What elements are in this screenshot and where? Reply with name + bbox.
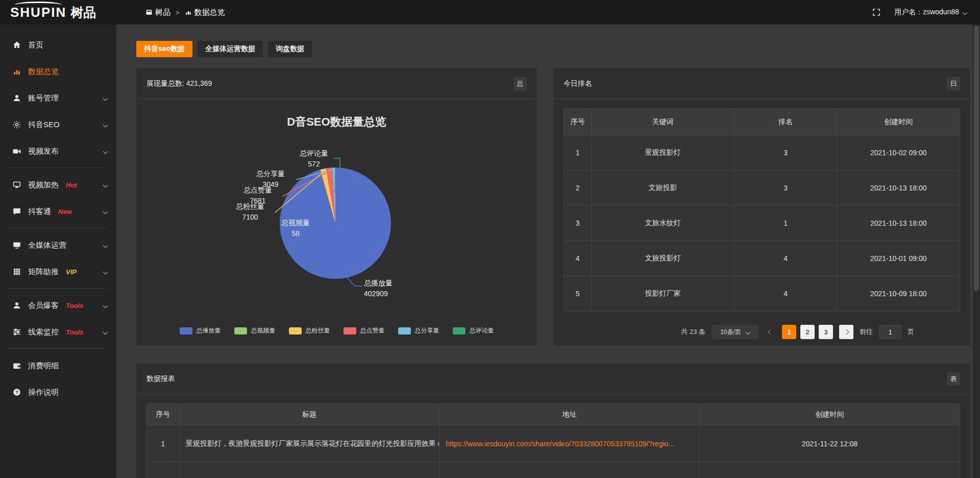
breadcrumb-label: 数据总览 <box>194 8 225 17</box>
legend-color-chip <box>453 327 465 334</box>
row-index: 5 <box>564 276 592 312</box>
sidebar-item[interactable]: 线索监控 Tools <box>0 319 116 345</box>
goto-page-input[interactable] <box>879 325 901 339</box>
data-tabs: 抖音seo数据 全媒体运营数据 询盘数据 <box>136 41 970 57</box>
video-link[interactable]: https://www.iesdouyin.com/share/video/70… <box>446 440 674 448</box>
sidebar-item[interactable]: 账号管理 <box>0 85 116 111</box>
sidebar-item[interactable]: 视频加热 Hot <box>0 172 116 198</box>
sidebar-item[interactable]: 数据总览 <box>0 58 116 85</box>
report-card-header: 数据报表 表 <box>136 364 970 394</box>
total-badge-button[interactable]: 总 <box>513 77 527 90</box>
column-header: 排名 <box>734 109 837 135</box>
legend-label: 总粉丝量 <box>306 326 330 335</box>
sidebar-item[interactable]: 视频发布 <box>0 138 116 164</box>
time-cell: 2021-10-02 09:00 <box>837 135 960 171</box>
chevron-down-icon <box>103 269 108 274</box>
legend-color-chip <box>344 327 356 334</box>
time-cell: 2021-10-13 18:00 <box>837 171 960 206</box>
row-index <box>147 462 180 478</box>
page-button[interactable]: 3 <box>819 325 833 339</box>
sidebar-item-badge: Hot <box>66 181 77 189</box>
topbar-right: 用户名：zswodun88 <box>872 8 980 17</box>
tab[interactable]: 全媒体运营数据 <box>198 41 263 57</box>
legend-color-chip <box>234 327 247 334</box>
legend-item[interactable]: 总视频量 <box>234 326 276 335</box>
goto-label: 前往 <box>860 327 873 337</box>
page-button[interactable]: 1 <box>782 325 796 339</box>
app-logo[interactable]: SHUPIN 树品 <box>0 6 116 19</box>
time-cell: 2021-10-09 18:00 <box>837 276 960 312</box>
sidebar-item-label: 首页 <box>28 40 43 50</box>
user-icon <box>12 301 21 310</box>
next-page-button[interactable] <box>839 325 853 339</box>
sidebar-item[interactable]: 操作说明 <box>0 379 116 405</box>
table-row: 4 文旅投影灯 4 2021-10-01 09:00 <box>564 241 960 276</box>
bar-chart-icon <box>12 67 21 76</box>
user-icon <box>12 93 21 103</box>
legend-label: 总点赞量 <box>360 326 385 335</box>
sidebar-item-badge: VIP <box>66 268 77 276</box>
gear-icon <box>12 120 21 129</box>
sidebar-item-label: 数据总览 <box>28 67 59 77</box>
title-cell <box>179 462 439 478</box>
rank-cell: 1 <box>734 206 837 241</box>
column-header: 标题 <box>179 404 439 425</box>
legend-label: 总播放量 <box>197 326 221 335</box>
legend-item[interactable]: 总点赞量 <box>344 326 385 335</box>
fullscreen-icon[interactable] <box>872 8 881 17</box>
tab[interactable]: 抖音seo数据 <box>136 41 192 57</box>
legend-item[interactable]: 总粉丝量 <box>289 326 330 335</box>
keyword-cell: 文旅投影 <box>592 171 734 206</box>
title-cell: 景观投影灯，夜游景观投影灯厂家展示展示落花灯在花园里的灯光投影应用效果 # <box>179 425 439 462</box>
row-index: 3 <box>564 206 592 241</box>
username-label: 用户名：zswodun88 <box>894 8 959 17</box>
pie-label-videos: 总视频量 58 <box>271 218 320 239</box>
rank-card-header: 今日排名 日 <box>553 68 970 99</box>
prev-page-button[interactable] <box>765 330 776 334</box>
table-row: 1 景观投影灯 3 2021-10-02 09:00 <box>564 135 960 171</box>
breadcrumb-item-current[interactable]: 数据总览 <box>185 8 225 17</box>
sidebar-item[interactable]: 首页 <box>0 32 116 58</box>
rank-cell: 4 <box>734 276 837 312</box>
rank-table-header-row: 序号关键词排名创建时间 <box>564 109 960 135</box>
breadcrumb-item-home[interactable]: 树品 <box>145 8 170 17</box>
sidebar-item-label: 视频加热 <box>28 180 59 190</box>
sidebar-item[interactable]: 消费明细 <box>0 352 116 379</box>
sidebar-item-label: 抖音SEO <box>28 120 60 130</box>
home-icon <box>12 40 21 50</box>
legend-item[interactable]: 总评论量 <box>453 326 494 335</box>
sidebar-item-label: 抖客通 <box>28 207 51 217</box>
time-cell: 2021-10-01 09:00 <box>837 241 960 276</box>
keyword-cell: 投影灯厂家 <box>592 276 734 312</box>
sidebar-item[interactable]: 矩阵助推 VIP <box>0 258 116 285</box>
table-row: 3 文旅水纹灯 1 2021-10-13 18:00 <box>564 206 960 241</box>
scrollbar-thumb[interactable] <box>974 26 979 291</box>
page-button[interactable]: 2 <box>800 325 815 339</box>
day-badge-button[interactable]: 日 <box>947 77 960 90</box>
chevron-down-icon <box>745 329 750 334</box>
chat-icon <box>12 207 21 216</box>
total-count-label: 共 23 条 <box>681 327 705 337</box>
chevron-down-icon <box>103 243 108 248</box>
scrollbar-track[interactable] <box>973 25 980 478</box>
legend-item[interactable]: 总播放量 <box>180 326 221 335</box>
sidebar-item[interactable]: 抖客通 New <box>0 198 116 225</box>
sidebar-item-label: 矩阵助推 <box>28 267 59 277</box>
sidebar-item[interactable]: 会员爆客 Tools <box>0 292 116 319</box>
chevron-down-icon <box>963 10 968 15</box>
user-menu[interactable]: 用户名：zswodun88 <box>894 8 967 17</box>
legend-item[interactable]: 总分享量 <box>398 326 439 335</box>
rank-table: 序号关键词排名创建时间 1 景观投影灯 3 2021-10-02 09:00 <box>564 108 960 312</box>
sidebar-item[interactable]: 全媒体运营 <box>0 232 116 258</box>
legend-color-chip <box>289 327 302 334</box>
bar-chart-icon <box>185 9 192 16</box>
sidebar-item-badge: New <box>58 208 72 216</box>
keyword-cell: 文旅水纹灯 <box>592 206 734 241</box>
sidebar-item[interactable]: 抖音SEO <box>0 111 116 138</box>
tab[interactable]: 询盘数据 <box>268 41 312 57</box>
report-table-header-row: 序号标题地址创建时间 <box>147 404 960 425</box>
legend-label: 总评论量 <box>470 326 494 335</box>
table-badge-button[interactable]: 表 <box>947 372 960 386</box>
sidebar-item-label: 视频发布 <box>28 147 59 156</box>
page-size-select[interactable]: 10条/页 <box>712 325 758 339</box>
